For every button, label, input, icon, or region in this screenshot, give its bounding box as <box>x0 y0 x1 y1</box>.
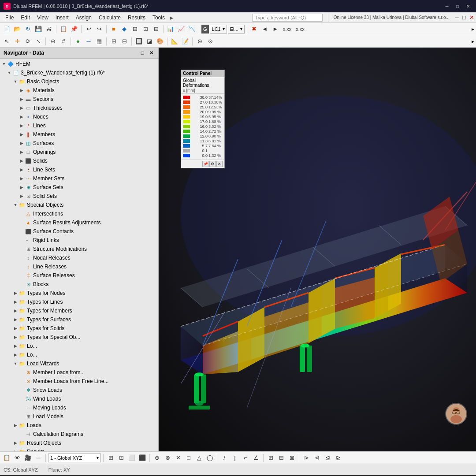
toggle-tm[interactable]: ▶ <box>12 308 19 314</box>
tree-rigid-links[interactable]: ┤ Rigid Links <box>0 236 158 245</box>
toggle-linesets[interactable]: ▶ <box>19 167 25 173</box>
tb2-coord2[interactable]: ⊙ <box>205 37 215 46</box>
toggle-members[interactable]: ▶ <box>19 131 25 138</box>
tb2-cursor[interactable]: ↖ <box>2 37 11 46</box>
bt-g1[interactable]: ⊕ <box>152 453 162 463</box>
bt-g2[interactable]: ⊗ <box>163 453 172 463</box>
tree-materials[interactable]: ▶ ◈ Materials <box>0 86 158 95</box>
menu-view[interactable]: View <box>33 13 52 22</box>
tree-root-rfem[interactable]: ▼ 🔷 RFEM <box>0 60 158 68</box>
toggle-basic[interactable]: ▼ <box>12 78 19 85</box>
tb2-view2[interactable]: ◪ <box>145 37 154 46</box>
cp-tb-pin[interactable]: 📌 <box>202 161 208 167</box>
tree-snow-loads[interactable]: ❄ Snow Loads <box>0 386 158 394</box>
bt-j3[interactable]: ⊴ <box>323 453 332 463</box>
toggle-lines[interactable]: ▶ <box>19 123 25 129</box>
bt-g6[interactable]: ◯ <box>205 453 215 463</box>
tb-open[interactable]: 📂 <box>12 24 22 34</box>
tree-moving-loads[interactable]: ↔ Moving Loads <box>0 403 158 412</box>
tb2-expand[interactable]: ▸ <box>472 38 474 45</box>
toggle-lp2[interactable]: ▶ <box>12 352 19 358</box>
tb2-snap[interactable]: ⊕ <box>48 37 58 46</box>
tb2-view1[interactable]: 🔲 <box>134 37 144 46</box>
toggle-lw[interactable]: ▼ <box>12 361 19 367</box>
tree-nodal-releases[interactable]: ↨ Nodal Releases <box>0 253 158 262</box>
bt-i3[interactable]: ⊠ <box>287 453 297 463</box>
tree-types-nodes[interactable]: ▶ 📁 Types for Nodes <box>0 289 158 298</box>
tree-basic-objects[interactable]: ▼ 📁 Basic Objects <box>0 77 158 86</box>
tree-loads[interactable]: ▶ 📁 Loads <box>0 421 158 430</box>
tree-line-sets[interactable]: ▶ ⋮ Line Sets <box>0 165 158 174</box>
toggle-openings[interactable]: ▶ <box>19 149 25 155</box>
tree-surfaces[interactable]: ▶ ◫ Surfaces <box>0 139 158 148</box>
tree-surface-contacts[interactable]: ⬛ Surface Contacts <box>0 227 158 236</box>
tb2-line[interactable]: ─ <box>84 37 93 46</box>
menu-results[interactable]: Results <box>124 13 149 22</box>
tb-prev[interactable]: ◄ <box>260 24 270 34</box>
tb-copy[interactable]: 📋 <box>59 24 68 34</box>
tree-openings[interactable]: ▶ □ Openings <box>0 148 158 156</box>
tree-member-loads-free[interactable]: ⊙ Member Loads from Free Line... <box>0 377 158 386</box>
tb-undo[interactable]: ↩ <box>84 24 93 34</box>
tb-btn-a[interactable]: ■ <box>109 24 119 34</box>
tree-special-objects[interactable]: ▼ 📁 Special Objects <box>0 201 158 209</box>
toggle-surfacesets[interactable]: ▶ <box>19 184 25 190</box>
tb2-deselect[interactable]: ⊟ <box>119 37 129 46</box>
tb-new[interactable]: 📄 <box>2 24 11 34</box>
control-panel[interactable]: Control Panel Global Deformations u [mm]… <box>181 70 225 168</box>
tree-types-surfaces[interactable]: ▶ 📁 Types for Surfaces <box>0 315 158 324</box>
toggle-filename[interactable]: ▼ <box>6 70 12 76</box>
tree-wind-loads[interactable]: 🌬 Wind Loads <box>0 394 158 403</box>
tb2-color[interactable]: 🎨 <box>155 37 165 46</box>
toggle-tl[interactable]: ▶ <box>12 299 19 305</box>
tree-structure-mods[interactable]: ⊞ Structure Modifications <box>0 245 158 253</box>
menu-insert[interactable]: Insert <box>52 13 72 22</box>
tb-paste[interactable]: 📌 <box>69 24 79 34</box>
tree-loads-partial1[interactable]: ▶ 📁 Lo... <box>0 342 158 350</box>
toggle-results[interactable]: ▶ <box>12 449 19 451</box>
bt-i1[interactable]: ⊞ <box>266 453 275 463</box>
tree-types-members[interactable]: ▶ 📁 Types for Members <box>0 306 158 315</box>
tree-surface-releases[interactable]: ⇕ Surface Releases <box>0 271 158 280</box>
close-button[interactable]: ✕ <box>464 3 472 10</box>
tb2-measure[interactable]: 📐 <box>170 37 179 46</box>
tree-calc-diagrams[interactable]: ⊣ Calculation Diagrams <box>0 430 158 439</box>
bt-camera[interactable]: 🎥 <box>23 453 33 463</box>
tb-btn-d[interactable]: ⊡ <box>141 24 150 34</box>
tb2-rotate[interactable]: ⟳ <box>23 37 33 46</box>
search-box[interactable]: Type a keyword (Alt+Q) <box>252 14 323 22</box>
tb2-coord1[interactable]: ⊛ <box>195 37 205 46</box>
bt-ruler[interactable]: ─ <box>33 453 43 463</box>
bt-f2[interactable]: ⊡ <box>116 453 126 463</box>
toggle-rfem[interactable]: ▼ <box>1 61 7 67</box>
bt-g3[interactable]: ✕ <box>173 453 183 463</box>
bt-h2[interactable]: | <box>230 453 240 463</box>
tree-member-sets[interactable]: ▶ ⋯ Member Sets <box>0 174 158 183</box>
bt-g5[interactable]: △ <box>194 453 204 463</box>
tree-results[interactable]: ▶ 📁 Results <box>0 447 158 451</box>
tb-graph1[interactable]: 📊 <box>166 24 175 34</box>
toggle-tsp[interactable]: ▶ <box>12 334 19 340</box>
menu-edit[interactable]: Edit <box>17 13 33 22</box>
toggle-surfaces[interactable]: ▶ <box>19 140 25 146</box>
nav-close[interactable]: ✕ <box>148 49 155 56</box>
tb-btn-e[interactable]: ⊟ <box>151 24 161 34</box>
tree-intersections[interactable]: △ Intersections <box>0 209 158 218</box>
toggle-ro[interactable]: ▶ <box>12 440 19 446</box>
tb2-scale[interactable]: ⤡ <box>33 37 43 46</box>
toggle-sections[interactable]: ▶ <box>19 96 25 102</box>
tree-types-solids[interactable]: ▶ 📁 Types for Solids <box>0 324 158 333</box>
tree-types-special[interactable]: ▶ 📁 Types for Special Ob... <box>0 333 158 342</box>
tb2-select-all[interactable]: ⊞ <box>109 37 119 46</box>
bt-j1[interactable]: ⊳ <box>301 453 311 463</box>
menu-assign[interactable]: Assign <box>72 13 95 22</box>
tree-members[interactable]: ▶ ∥ Members <box>0 130 158 139</box>
bt-h3[interactable]: ⌐ <box>241 453 250 463</box>
minimize-button[interactable]: ─ <box>443 3 451 10</box>
bt-f1[interactable]: ⊞ <box>106 453 115 463</box>
tb2-move[interactable]: ✛ <box>12 37 22 46</box>
toggle-membersets[interactable]: ▶ <box>19 175 25 182</box>
tb-save[interactable]: 💾 <box>33 24 43 34</box>
tree-filename[interactable]: ▼ 📄 3_Brücke_Wanderlast_fertig (1).rf6* <box>0 68 158 77</box>
tree-nodes[interactable]: ▶ • Nodes <box>0 112 158 121</box>
